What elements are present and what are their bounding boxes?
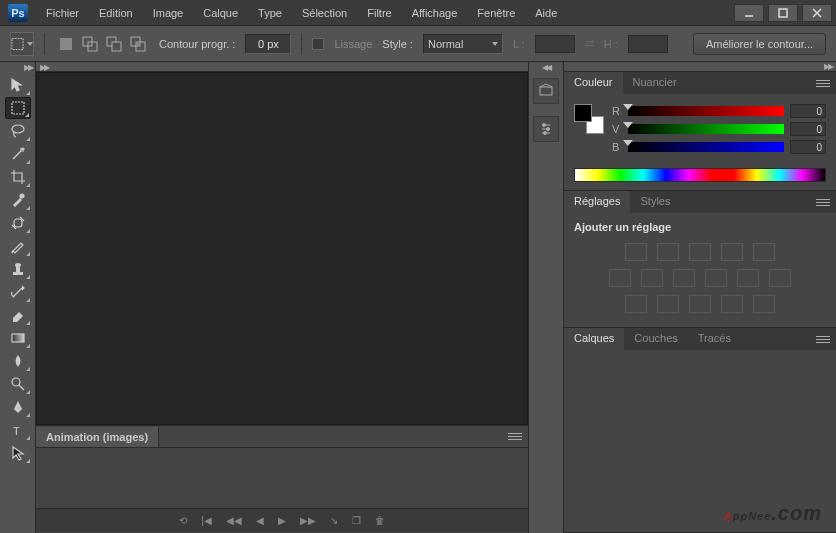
feather-input[interactable]: 0 px	[245, 34, 291, 54]
menu-image[interactable]: Image	[143, 3, 194, 23]
blur-tool[interactable]	[5, 350, 31, 372]
prev-frame-button[interactable]: ◀◀	[226, 515, 242, 526]
channel-b-value[interactable]: 0	[790, 140, 826, 154]
next-frame-button[interactable]: ▶▶	[300, 515, 316, 526]
marquee-tool[interactable]	[5, 97, 31, 119]
loop-button[interactable]: ⟲	[179, 515, 187, 526]
svg-rect-19	[16, 267, 20, 272]
adj-selective-icon[interactable]	[753, 295, 775, 313]
duplicate-frame-button[interactable]: ❐	[352, 515, 361, 526]
adj-hue-icon[interactable]	[609, 269, 631, 287]
history-brush-tool[interactable]	[5, 281, 31, 303]
move-tool[interactable]	[5, 74, 31, 96]
brush-tool[interactable]	[5, 235, 31, 257]
adj-mixer-icon[interactable]	[737, 269, 759, 287]
channel-b-slider[interactable]	[628, 142, 784, 152]
adj-levels-icon[interactable]	[657, 243, 679, 261]
color-ramp[interactable]	[574, 168, 826, 182]
app-logo: Ps	[8, 4, 28, 22]
properties-panel-button[interactable]	[533, 116, 559, 142]
tab-nuancier[interactable]: Nuancier	[623, 72, 687, 94]
minimize-button[interactable]	[734, 4, 764, 22]
tab-reglages[interactable]: Réglages	[564, 191, 630, 213]
selection-subtract-button[interactable]	[103, 33, 125, 55]
tween-button[interactable]: ↘	[330, 515, 338, 526]
panel-menu-button[interactable]	[816, 199, 830, 206]
menu-selection[interactable]: Sélection	[292, 3, 357, 23]
canvas[interactable]	[36, 72, 528, 425]
maximize-button[interactable]	[768, 4, 798, 22]
delete-frame-button[interactable]: 🗑	[375, 515, 385, 526]
panel-menu-button[interactable]	[816, 336, 830, 343]
crop-tool[interactable]	[5, 166, 31, 188]
expand-icon[interactable]: ▶▶	[40, 63, 48, 72]
panel-menu-button[interactable]	[508, 433, 522, 440]
panel-menu-button[interactable]	[816, 80, 830, 87]
selection-new-button[interactable]	[55, 33, 77, 55]
menu-fenetre[interactable]: Fenêtre	[467, 3, 525, 23]
adj-gradient-map-icon[interactable]	[721, 295, 743, 313]
expand-icon[interactable]: ▶▶	[824, 62, 832, 71]
healing-brush-tool[interactable]	[5, 212, 31, 234]
tab-couches[interactable]: Couches	[624, 328, 687, 350]
tab-animation[interactable]: Animation (images)	[36, 427, 159, 447]
adj-photo-filter-icon[interactable]	[705, 269, 727, 287]
adj-bw-icon[interactable]	[673, 269, 695, 287]
adj-exposure-icon[interactable]	[721, 243, 743, 261]
menu-edition[interactable]: Edition	[89, 3, 143, 23]
style-select[interactable]: Normal	[423, 34, 503, 54]
eraser-tool[interactable]	[5, 304, 31, 326]
adj-posterize-icon[interactable]	[657, 295, 679, 313]
adj-brightness-icon[interactable]	[625, 243, 647, 261]
adjustments-panel: Réglages Styles Ajouter un réglage	[564, 191, 836, 328]
lasso-tool[interactable]	[5, 120, 31, 142]
selection-intersect-button[interactable]	[127, 33, 149, 55]
channel-v-slider[interactable]	[628, 124, 784, 134]
svg-rect-9	[112, 42, 121, 51]
tab-traces[interactable]: Tracés	[688, 328, 741, 350]
pen-tool[interactable]	[5, 396, 31, 418]
menu-calque[interactable]: Calque	[193, 3, 248, 23]
menu-fichier[interactable]: Fichier	[36, 3, 89, 23]
play-button[interactable]: ▶	[278, 515, 286, 526]
path-selection-tool[interactable]	[5, 442, 31, 464]
menu-type[interactable]: Type	[248, 3, 292, 23]
dodge-tool[interactable]	[5, 373, 31, 395]
adj-curves-icon[interactable]	[689, 243, 711, 261]
swap-icon: ⇄	[585, 37, 594, 50]
channel-r-value[interactable]: 0	[790, 104, 826, 118]
active-tool-preset[interactable]	[10, 32, 34, 56]
first-frame-button[interactable]: |◀	[201, 515, 212, 526]
adj-lookup-icon[interactable]	[769, 269, 791, 287]
watermark: AppNee.com	[724, 495, 822, 527]
expand-icon[interactable]: ▶▶	[24, 63, 32, 72]
stamp-tool[interactable]	[5, 258, 31, 280]
channel-b-label: B	[612, 141, 622, 153]
history-panel-button[interactable]	[533, 78, 559, 104]
menu-affichage[interactable]: Affichage	[402, 3, 468, 23]
tab-couleur[interactable]: Couleur	[564, 72, 623, 94]
gradient-tool[interactable]	[5, 327, 31, 349]
prev-button[interactable]: ◀	[256, 515, 264, 526]
svg-rect-1	[779, 9, 787, 17]
menu-aide[interactable]: Aide	[525, 3, 567, 23]
color-swatches[interactable]	[574, 104, 604, 134]
type-tool[interactable]: T	[5, 419, 31, 441]
menu-filtre[interactable]: Filtre	[357, 3, 401, 23]
refine-edge-button[interactable]: Améliorer le contour...	[693, 33, 826, 55]
collapse-icon[interactable]: ◀◀	[542, 63, 550, 72]
svg-rect-5	[60, 38, 72, 50]
foreground-color-swatch[interactable]	[574, 104, 592, 122]
close-button[interactable]	[802, 4, 832, 22]
tab-calques[interactable]: Calques	[564, 328, 624, 350]
adj-threshold-icon[interactable]	[689, 295, 711, 313]
channel-r-slider[interactable]	[628, 106, 784, 116]
adj-invert-icon[interactable]	[625, 295, 647, 313]
adj-vibrance-icon[interactable]	[753, 243, 775, 261]
tab-styles[interactable]: Styles	[630, 191, 680, 213]
adj-balance-icon[interactable]	[641, 269, 663, 287]
selection-add-button[interactable]	[79, 33, 101, 55]
magic-wand-tool[interactable]	[5, 143, 31, 165]
eyedropper-tool[interactable]	[5, 189, 31, 211]
channel-v-value[interactable]: 0	[790, 122, 826, 136]
